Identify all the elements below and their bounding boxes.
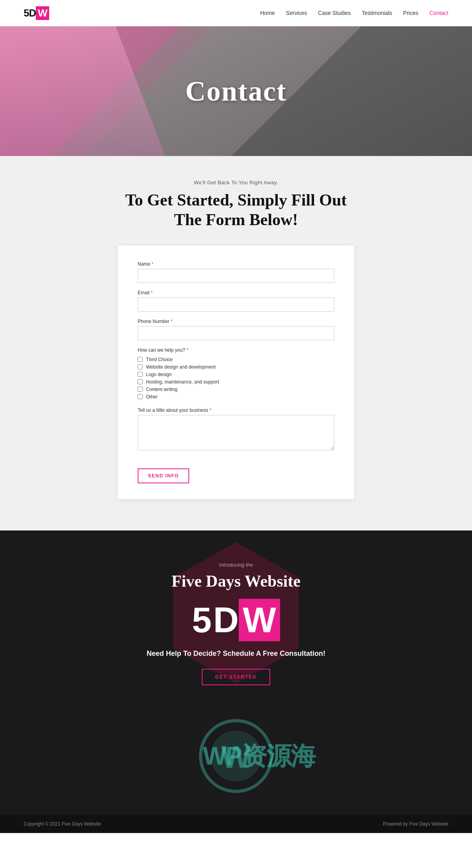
help-required: * bbox=[186, 347, 188, 353]
business-required: * bbox=[210, 407, 212, 413]
business-textarea[interactable] bbox=[138, 415, 334, 450]
nav-testimonials[interactable]: Testimonials bbox=[362, 10, 392, 16]
logo-w-block: W bbox=[36, 6, 49, 20]
hero-title: Contact bbox=[185, 75, 287, 108]
footer-logo-dw: DW bbox=[213, 602, 280, 638]
checkbox-website-design-input[interactable] bbox=[138, 364, 143, 369]
logo-5: 5 bbox=[24, 7, 29, 19]
phone-input[interactable] bbox=[138, 326, 334, 340]
footer-cta: Need Help To Decide? Schedule A Free Con… bbox=[147, 650, 325, 658]
email-required: * bbox=[151, 290, 153, 295]
business-field-group: Tell us a little about your business * bbox=[138, 407, 334, 452]
footer-dark: Introducing the Five Days Website 5 DW N… bbox=[0, 530, 472, 815]
wp-logo-section: W WP资源海 bbox=[8, 713, 464, 799]
footer-logo-5: 5 bbox=[192, 602, 212, 638]
footer-heading: Five Days Website bbox=[171, 572, 301, 591]
checkbox-third-choice: Third Choice bbox=[138, 357, 334, 362]
footer-logo: 5 DW bbox=[192, 602, 280, 638]
checkbox-other-input[interactable] bbox=[138, 394, 143, 399]
email-input[interactable] bbox=[138, 297, 334, 312]
get-started-button[interactable]: GET STARTED bbox=[202, 669, 270, 685]
form-subtitle: We'll Get Back To You Right Away. bbox=[194, 180, 278, 185]
email-field-group: Email * bbox=[138, 290, 334, 312]
checkbox-website-design: Website design and development bbox=[138, 364, 334, 370]
nav-case-studies[interactable]: Case Studies bbox=[318, 10, 351, 16]
footer-bottom: Copyright © 2021 Five Days Website Power… bbox=[0, 815, 472, 833]
nav-services[interactable]: Services bbox=[286, 10, 307, 16]
checkbox-other: Other bbox=[138, 394, 334, 400]
introducing-text: Introducing the bbox=[219, 562, 253, 568]
contact-form-card: Name * Email * Phone Number * bbox=[118, 246, 354, 499]
nav-prices[interactable]: Prices bbox=[403, 10, 419, 16]
navbar: 5 DW Home Services Case Studies Testimon… bbox=[0, 0, 472, 26]
checkbox-hosting-input[interactable] bbox=[138, 379, 143, 384]
phone-field-group: Phone Number * bbox=[138, 319, 334, 340]
checkbox-content-writing-input[interactable] bbox=[138, 387, 143, 392]
send-info-button[interactable]: SEND INFO bbox=[138, 468, 189, 483]
logo[interactable]: 5 DW bbox=[24, 6, 49, 20]
phone-required: * bbox=[171, 319, 173, 324]
powered-text: Powered by Five Days Website bbox=[383, 821, 448, 827]
checkbox-logo-design: Logo design bbox=[138, 372, 334, 377]
phone-label: Phone Number * bbox=[138, 319, 334, 324]
email-label: Email * bbox=[138, 290, 334, 295]
name-label: Name * bbox=[138, 261, 334, 267]
form-section: We'll Get Back To You Right Away. To Get… bbox=[0, 156, 472, 530]
help-checkbox-group: How can we help you? * Third Choice Webs… bbox=[138, 347, 334, 400]
name-input[interactable] bbox=[138, 269, 334, 283]
checkbox-hosting: Hosting, maintenance, and support bbox=[138, 379, 334, 385]
form-heading: To Get Started, Simply Fill Out The Form… bbox=[125, 190, 347, 230]
name-required: * bbox=[151, 261, 153, 267]
footer-logo-w-block: W bbox=[239, 599, 280, 641]
business-label: Tell us a little about your business * bbox=[138, 407, 334, 413]
nav-home[interactable]: Home bbox=[260, 10, 275, 16]
name-field-group: Name * bbox=[138, 261, 334, 283]
contact-form: Name * Email * Phone Number * bbox=[138, 261, 334, 483]
help-label: How can we help you? * bbox=[138, 347, 334, 353]
checkbox-content-writing: Content writing bbox=[138, 387, 334, 392]
logo-d: D bbox=[29, 7, 36, 19]
checkbox-third-choice-input[interactable] bbox=[138, 357, 143, 362]
hero-section: Contact bbox=[0, 26, 472, 156]
nav-links: Home Services Case Studies Testimonials … bbox=[260, 9, 448, 17]
nav-contact[interactable]: Contact bbox=[430, 10, 448, 16]
wp-text-overlay: WP资源海 bbox=[203, 739, 315, 773]
copyright-text: Copyright © 2021 Five Days Website bbox=[24, 821, 101, 827]
checkbox-logo-design-input[interactable] bbox=[138, 372, 143, 377]
footer-logo-d: D bbox=[213, 600, 239, 640]
